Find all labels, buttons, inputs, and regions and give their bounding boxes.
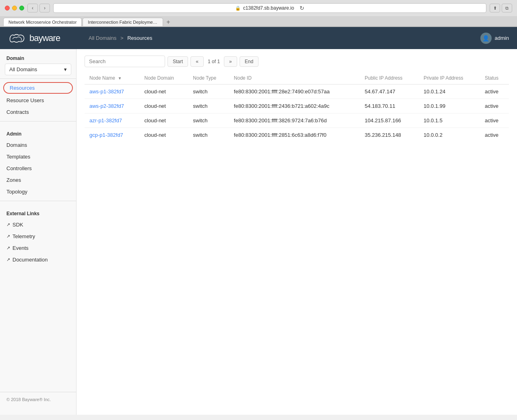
sidebar-item-resource-users[interactable]: Resource Users [0,95,76,106]
sort-icon: ▼ [118,76,122,80]
prev-button[interactable]: « [190,56,204,67]
sidebar-item-domains[interactable]: Domains [0,139,76,151]
user-area: 👤 admin [480,33,509,44]
sidebar-item-label: Telemetry [12,233,35,239]
col-status[interactable]: Status [480,72,509,84]
sidebar-item-templates[interactable]: Templates [0,151,76,163]
table-row: azr-p1-382fd7 cloud-net switch fe80:8300… [85,113,509,128]
nav-buttons: ‹ › [27,4,50,12]
cell-node-name: aws-p2-382fd7 [85,99,139,113]
cell-private-ip: 10.0.1.5 [419,113,480,128]
avatar: 👤 [480,33,492,44]
domain-section-label: Domain [0,49,76,64]
cell-node-name: aws-p1-382fd7 [85,84,139,99]
cell-status: active [480,84,509,99]
logo-icon [8,32,26,44]
domain-selector[interactable]: All Domains ▾ [5,64,71,75]
toolbar: Start « 1 of 1 » End [85,56,509,67]
cell-node-id: fe80:8300:2001:ffff:3826:9724:7a6:b76d [229,113,360,128]
cell-private-ip: 10.0.1.24 [419,84,480,99]
app-header: bayware All Domains > Resources 👤 admin [0,27,517,49]
sidebar-item-controllers[interactable]: Controllers [0,163,76,174]
sidebar-item-label: Controllers [6,165,32,171]
col-node-name[interactable]: Node Name ▼ [85,72,139,84]
cell-node-domain: cloud-net [139,99,188,113]
new-tab-button[interactable]: + [165,19,172,26]
next-button[interactable]: » [224,56,237,67]
reload-button[interactable]: ↻ [300,5,304,11]
sidebar-item-contracts[interactable]: Contracts [0,106,76,118]
new-window-button[interactable]: ⧉ [502,4,512,12]
sidebar-item-resources[interactable]: Resources [3,82,73,94]
cell-node-id: fe80:8300:2001:ffff:28e2:7490:e07d:57aa [229,84,360,99]
share-button[interactable]: ⬆ [490,4,500,12]
cell-private-ip: 10.0.1.99 [419,99,480,113]
sidebar-item-label: SDK [12,222,23,228]
table-row: aws-p2-382fd7 cloud-net switch fe80:8300… [85,99,509,113]
url-text: c1382fd7.sb.bayware.io [243,5,294,11]
table-row: aws-p1-382fd7 cloud-net switch fe80:8300… [85,84,509,99]
address-bar[interactable]: 🔒 c1382fd7.sb.bayware.io ↻ [53,3,486,13]
cell-public-ip: 54.67.47.147 [360,84,419,99]
sidebar-item-label: Topology [6,189,27,195]
node-name-link[interactable]: aws-p1-382fd7 [89,89,124,95]
tab-1[interactable]: Network Microservice Orchestrator [3,18,82,26]
breadcrumb-separator: > [120,35,125,41]
close-window-button[interactable] [5,6,10,10]
node-name-link[interactable]: aws-p2-382fd7 [89,103,124,109]
sidebar-item-label: Contracts [6,109,29,115]
maximize-window-button[interactable] [19,6,24,10]
resources-table: Node Name ▼ Node Domain Node Type Node I… [85,72,509,142]
admin-section-label: Admin [0,125,76,139]
logo-text: bayware [29,33,60,43]
breadcrumb: All Domains > Resources [81,35,480,41]
cell-node-domain: cloud-net [139,113,188,128]
main-content: Start « 1 of 1 » End Node Name ▼ Node Do… [77,49,517,415]
sidebar-item-sdk[interactable]: ↗ SDK [0,219,76,231]
node-name-link[interactable]: gcp-p1-382fd7 [89,132,123,138]
minimize-window-button[interactable] [12,6,17,10]
tab-2[interactable]: Interconnection Fabric Deployment — Bayw… [83,18,163,26]
col-node-type[interactable]: Node Type [188,72,229,84]
logo-area: bayware [8,32,81,44]
sidebar-item-label: Events [12,245,29,251]
cell-status: active [480,128,509,142]
col-public-ip[interactable]: Public IP Address [360,72,419,84]
sidebar-item-events[interactable]: ↗ Events [0,242,76,254]
sidebar-item-documentation[interactable]: ↗ Documentation [0,254,76,266]
page-info: 1 of 1 [206,59,221,64]
external-link-icon: ↗ [6,222,10,227]
cell-node-type: switch [188,128,229,142]
cell-node-domain: cloud-net [139,84,188,99]
sidebar-item-label: Resource Users [6,97,44,103]
sidebar: Domain All Domains ▾ Resources Resource … [0,49,77,415]
sidebar-item-label: Domains [6,142,27,148]
cell-node-type: switch [188,84,229,99]
end-button[interactable]: End [240,56,258,67]
cell-public-ip: 35.236.215.148 [360,128,419,142]
back-button[interactable]: ‹ [27,4,38,12]
sidebar-item-label: Templates [6,154,30,160]
col-node-id[interactable]: Node ID [229,72,360,84]
cell-public-ip: 104.215.87.166 [360,113,419,128]
col-node-domain[interactable]: Node Domain [139,72,188,84]
sidebar-item-telemetry[interactable]: ↗ Telemetry [0,231,76,242]
cell-node-type: switch [188,113,229,128]
user-name: admin [495,35,509,41]
cell-node-name: gcp-p1-382fd7 [85,128,139,142]
col-private-ip[interactable]: Private IP Address [419,72,480,84]
sidebar-item-zones[interactable]: Zones [0,174,76,186]
external-link-icon: ↗ [6,257,10,262]
search-input[interactable] [85,56,165,67]
breadcrumb-parent[interactable]: All Domains [89,35,116,41]
cell-node-id: fe80:8300:2001:ffff:2436:b721:a602:4a9c [229,99,360,113]
forward-button[interactable]: › [39,4,50,12]
sidebar-divider-3 [0,201,76,201]
cell-node-type: switch [188,99,229,113]
start-button[interactable]: Start [168,56,188,67]
cell-private-ip: 10.0.0.2 [419,128,480,142]
node-name-link[interactable]: azr-p1-382fd7 [89,117,122,124]
cell-status: active [480,113,509,128]
cell-status: active [480,99,509,113]
sidebar-item-topology[interactable]: Topology [0,186,76,198]
